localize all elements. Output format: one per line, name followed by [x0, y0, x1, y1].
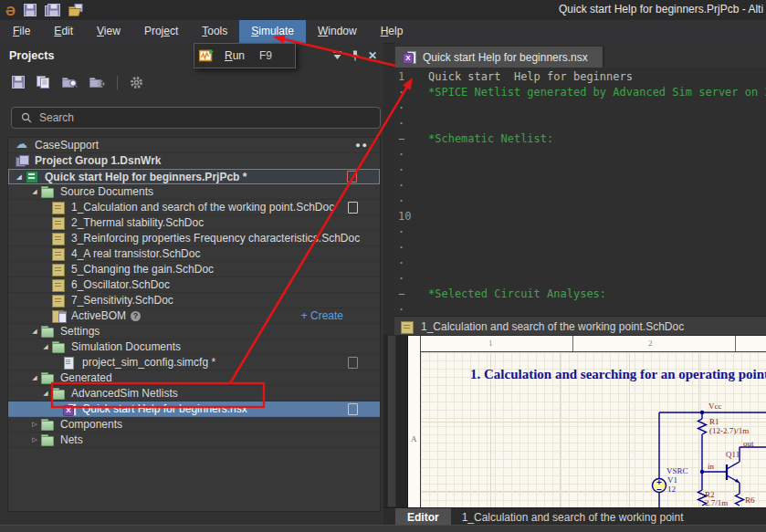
nsx-icon [63, 403, 78, 415]
line-number: · [394, 85, 428, 100]
create-link[interactable]: + Create [301, 309, 343, 322]
settings-gear-icon[interactable] [130, 76, 143, 89]
menu-file[interactable]: File [1, 20, 42, 43]
help-badge-icon[interactable]: ? [131, 311, 141, 321]
tree-item[interactable]: 7_Sensitivity.SchDoc [8, 293, 380, 308]
project-tree: CaseSupport●●Project Group 1.DsnWrk◢Quic… [7, 137, 381, 512]
explore-project-icon[interactable] [62, 76, 78, 89]
tree-item[interactable]: project_sim_config.simcfg * [8, 355, 380, 370]
preview-scrollbar[interactable] [387, 335, 396, 507]
panel-close-icon[interactable]: ✕ [368, 49, 377, 62]
menu-window[interactable]: Window [306, 20, 369, 43]
tree-item[interactable]: 1_Calculation and search of the working … [8, 200, 380, 215]
tree-item-label: Components [58, 418, 122, 431]
more-options-icon[interactable]: ●● [355, 141, 369, 150]
schdoc-icon [52, 248, 67, 260]
line-number: · [394, 162, 428, 178]
panel-dropdown-icon[interactable] [332, 51, 342, 60]
folder-icon [52, 341, 67, 353]
code-text: *SPICE Netlist generated by Advanced Sim… [428, 85, 766, 100]
projects-panel-header: Projects ✕ [0, 43, 383, 68]
tree-item-label: Simulation Documents [69, 340, 181, 353]
folder-icon [41, 326, 56, 338]
tree-item[interactable]: ◢Quick start Help for beginners.PrjPcb * [8, 169, 380, 184]
tree-item[interactable]: 2_Thermal stability.SchDoc [8, 215, 380, 231]
open-document-icon[interactable] [68, 4, 85, 16]
tree-item[interactable]: 6_Oscillator.SchDoc [8, 277, 380, 293]
expand-arrow-icon[interactable]: ◢ [39, 343, 52, 350]
tree-item[interactable]: ◢AdvancedSim Netlists [8, 386, 380, 402]
code-line: ·VV1 Vcc 0 12 AC 0 [394, 224, 766, 240]
tree-item[interactable]: ▷Components [8, 417, 380, 433]
tree-item-label: Nets [58, 433, 83, 446]
tree-item-label: 1_Calculation and search of the working … [69, 201, 334, 214]
tree-item[interactable]: ▷Nets [8, 433, 380, 448]
tree-item-label: 4_A real transistor.SchDoc [69, 247, 200, 260]
bom-icon [52, 310, 67, 322]
menu-help[interactable]: Help [369, 20, 415, 43]
tree-item[interactable]: 4_A real transistor.SchDoc [8, 246, 380, 262]
code-line: 10RR7 out Vcc 596 [394, 209, 766, 224]
menu-view[interactable]: View [85, 20, 132, 43]
menu-tools[interactable]: Tools [190, 20, 239, 43]
save-all-icon[interactable] [45, 4, 60, 16]
project-options-icon[interactable] [89, 76, 105, 89]
menu-simulate[interactable]: Simulate [239, 20, 306, 43]
nsx-file-icon [403, 51, 417, 63]
altium-logo-icon: Ə [5, 4, 16, 17]
tree-item-label: Project Group 1.DsnWrk [33, 154, 161, 167]
menu-project[interactable]: Project [132, 20, 190, 43]
netlist-editor[interactable]: 1Quick start Help for beginners·*SPICE N… [394, 68, 766, 318]
expand-arrow-icon[interactable]: ◢ [39, 390, 52, 397]
tree-item-label: Settings [58, 325, 100, 338]
tree-item[interactable]: Quick start Help for beginners.nsx [8, 402, 380, 417]
expand-arrow-icon[interactable]: ◢ [28, 374, 41, 381]
simulate-dropdown-menu: Run F9 [194, 43, 296, 68]
line-number: · [394, 224, 428, 240]
tree-item-label: 7_Sensitivity.SchDoc [69, 294, 173, 307]
collapse-arrow-icon[interactable]: ▷ [28, 436, 41, 443]
tree-item-label: project_sim_config.simcfg * [80, 356, 215, 369]
tree-item[interactable]: ActiveBOM?+ Create [8, 308, 380, 324]
schdoc-preview-header[interactable]: 1_Calculation and search of the working … [394, 316, 766, 336]
save-icon[interactable] [24, 4, 37, 16]
schdoc-file-icon [401, 321, 415, 333]
collapse-arrow-icon[interactable]: ▷ [28, 421, 41, 428]
code-line: ·QQ11 out in NetQ11_3 NPN_Mod_Gummel_Poo… [394, 147, 766, 162]
folder-icon [41, 186, 56, 198]
code-line: · [394, 271, 766, 287]
search-placeholder: Search [39, 111, 74, 124]
tree-item[interactable]: 5_Changing the gain.SchDoc [8, 262, 380, 277]
tree-item[interactable]: CaseSupport●● [8, 138, 380, 153]
tree-item-label: 6_Oscillator.SchDoc [69, 278, 170, 291]
tree-item-label: AdvancedSim Netlists [69, 387, 178, 400]
folder-icon [41, 372, 56, 384]
search-input[interactable]: Search [11, 107, 381, 129]
tree-item[interactable]: ◢Source Documents [8, 184, 380, 200]
schematic-preview: 1 2 A 1. Calculation and searching for a… [383, 335, 766, 507]
ruler-column-2: 2 [648, 339, 653, 348]
pin-icon[interactable] [351, 50, 360, 61]
sheet-title: 1. Calculation and searching for an oper… [470, 367, 766, 382]
tree-item[interactable]: ◢Settings [8, 324, 380, 339]
expand-arrow-icon[interactable]: ◢ [28, 188, 41, 195]
menu-item-run[interactable]: Run [225, 49, 245, 62]
tree-item[interactable]: 3_Reinforcing properties Frequency chara… [8, 231, 380, 246]
tab-netlist-document[interactable]: Quick start Help for beginners.nsx [395, 47, 603, 68]
tree-item[interactable]: ◢Simulation Documents [8, 339, 380, 355]
sim-run-icon [199, 49, 214, 62]
expand-arrow-icon[interactable]: ◢ [28, 328, 41, 335]
expand-arrow-icon[interactable]: ◢ [13, 173, 26, 181]
compare-documents-icon[interactable] [37, 76, 50, 89]
document-tab-bar: Quick start Help for beginners.nsx [394, 43, 766, 68]
schematic-sheet: 1 2 A 1. Calculation and searching for a… [407, 336, 766, 507]
save-project-icon[interactable] [12, 76, 25, 89]
code-line: −*Schematic Netlist: [394, 131, 766, 147]
workspace-icon [16, 155, 30, 167]
tree-item[interactable]: Project Group 1.DsnWrk [8, 153, 380, 169]
editor-tab-button[interactable]: Editor [395, 508, 451, 526]
code-line: 1Quick start Help for beginners [394, 69, 766, 85]
tree-item[interactable]: ◢Generated [8, 370, 380, 386]
sheet-ruler-top: 1 2 [420, 336, 766, 352]
menu-edit[interactable]: Edit [42, 20, 85, 43]
